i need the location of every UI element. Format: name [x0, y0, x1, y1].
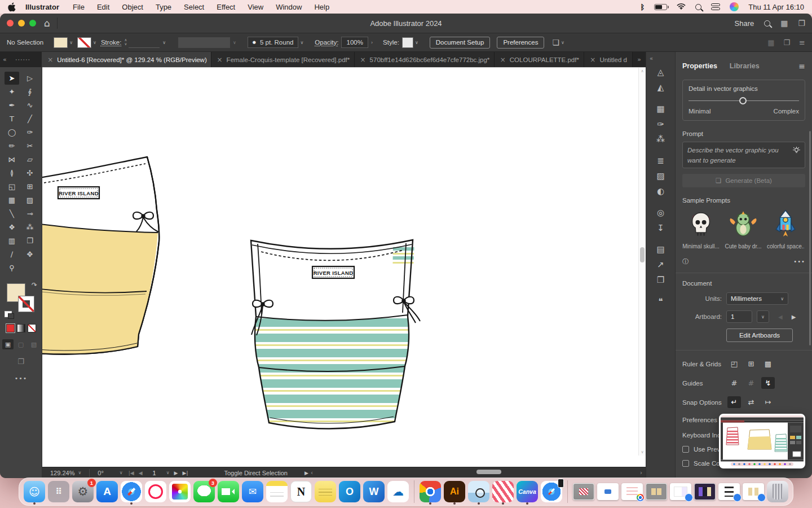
- sample-prompt-skull[interactable]: Minimal skull...: [682, 209, 720, 249]
- menu-select[interactable]: Select: [184, 3, 204, 11]
- panel-scrollbar[interactable]: [809, 131, 811, 345]
- vertical-scrollbar[interactable]: ∧ ∨: [638, 68, 646, 456]
- tab-jpg[interactable]: × 570bff1e14d626bc6ef6d4e7cfe772bc.jpg*: [355, 52, 495, 67]
- bluetooth-icon[interactable]: ᛒ: [640, 3, 645, 11]
- dock-preview[interactable]: [468, 481, 489, 502]
- scissors-tool[interactable]: ✂: [23, 139, 37, 152]
- edit-artboards-button[interactable]: Edit Artboards: [726, 329, 793, 342]
- blend-tool[interactable]: ❖: [5, 221, 19, 234]
- artboard-field[interactable]: 1: [726, 310, 752, 323]
- close-tab-icon[interactable]: ×: [360, 56, 366, 64]
- sample-prompt-dragon[interactable]: Cute baby dr...: [725, 209, 762, 249]
- variable-width-profile-dropdown[interactable]: [178, 37, 230, 48]
- siri-icon[interactable]: [730, 2, 739, 11]
- reflect-tool[interactable]: ⋈: [5, 153, 19, 166]
- scale-corners-checkbox[interactable]: [682, 460, 689, 467]
- dock-canva[interactable]: Canva: [517, 481, 538, 502]
- menu-type[interactable]: Type: [156, 3, 171, 11]
- control-menu-icon[interactable]: ≡: [799, 38, 805, 47]
- dock-minimized-window-4[interactable]: [646, 483, 667, 500]
- show-grid-icon[interactable]: ⊞: [744, 358, 758, 370]
- spotlight-search-icon[interactable]: [695, 4, 701, 10]
- tab-libraries[interactable]: Libraries: [730, 62, 760, 70]
- rotation-dropdown[interactable]: 0°∨: [94, 468, 126, 478]
- stroke-panel-icon[interactable]: ≣: [651, 153, 670, 168]
- close-tab-icon[interactable]: ×: [47, 56, 53, 64]
- wifi-icon[interactable]: [677, 3, 686, 11]
- detail-slider[interactable]: [689, 97, 799, 105]
- hand-tool[interactable]: ✥: [23, 248, 37, 261]
- tab-colourpalette[interactable]: × COLOURPALETTE.pdf*: [495, 52, 585, 67]
- close-tab-icon[interactable]: ×: [590, 56, 595, 64]
- free-transform-tool[interactable]: ▱: [23, 153, 37, 166]
- dock-minimized-window-8[interactable]: [743, 483, 764, 500]
- menu-illustrator[interactable]: Illustrator: [25, 3, 59, 11]
- stroke-weight-stepper[interactable]: ∧∨: [124, 38, 127, 46]
- dock-finder[interactable]: ☺: [24, 481, 45, 502]
- tab-female-croquis[interactable]: × Female-Croquis-template [Recovered].pd…: [211, 52, 355, 67]
- swap-fill-stroke-icon[interactable]: ↷: [32, 281, 37, 289]
- line-segment-tool[interactable]: ╱: [23, 112, 37, 125]
- document-setup-button[interactable]: Document Setup: [430, 37, 491, 49]
- stroke-weight-field[interactable]: [129, 37, 160, 48]
- menu-view[interactable]: View: [248, 3, 263, 11]
- status-hint[interactable]: Toggle Direct Selection: [224, 470, 288, 476]
- dock-chrome[interactable]: [420, 481, 441, 502]
- style-swatch[interactable]: [402, 37, 413, 48]
- snap-to-point-icon[interactable]: ↵: [727, 396, 741, 408]
- opacity-field[interactable]: 100%: [341, 37, 368, 48]
- swatches-panel-icon[interactable]: ▦: [651, 101, 670, 116]
- dock-word[interactable]: W: [363, 481, 385, 502]
- fill-chevron-icon[interactable]: ∨: [69, 40, 73, 45]
- fill-color-swatch[interactable]: [54, 37, 68, 48]
- collapse-toolbar-icon[interactable]: «: [3, 56, 7, 63]
- minimize-window-button[interactable]: [18, 20, 25, 27]
- isolate-chevron-icon[interactable]: ∨: [561, 40, 564, 45]
- dock-mail[interactable]: ✉: [242, 481, 263, 502]
- striped-tank-top-artwork[interactable]: RIVER ISLAND: [251, 240, 420, 429]
- perspective-grid-tool[interactable]: ⊞: [23, 180, 37, 193]
- expand-panels-icon[interactable]: «: [650, 55, 653, 62]
- generate-button[interactable]: ❏ Generate (Beta): [682, 174, 805, 187]
- artboard-dropdown-icon[interactable]: ∨: [757, 310, 769, 323]
- close-tab-icon[interactable]: ×: [217, 56, 223, 64]
- show-guides-icon[interactable]: #: [727, 377, 741, 389]
- style-chevron-icon[interactable]: ∨: [415, 40, 418, 45]
- screenshot-preview-thumbnail[interactable]: [719, 414, 805, 468]
- stroke-label[interactable]: Stroke:: [101, 39, 121, 46]
- color-fill-button[interactable]: [6, 324, 15, 332]
- dock-app-store[interactable]: A: [96, 481, 118, 502]
- dock-minimized-window-1[interactable]: [573, 483, 594, 500]
- previous-artboard-icon[interactable]: ◀: [139, 470, 143, 476]
- dock-minimized-window-5[interactable]: [670, 483, 691, 500]
- dock-messages[interactable]: 3: [193, 481, 215, 502]
- previous-artboard-button[interactable]: ◀: [778, 314, 783, 320]
- status-play-icon[interactable]: ▶: [304, 470, 308, 476]
- stroke-chevron-icon[interactable]: ∨: [93, 40, 96, 45]
- screen-mode-icon[interactable]: ❐: [17, 357, 24, 366]
- battery-icon[interactable]: [654, 4, 667, 10]
- canvas[interactable]: RIVER ISLAND: [42, 67, 646, 467]
- workspace-switcher-icon[interactable]: ❐: [798, 19, 805, 28]
- scroll-down-icon[interactable]: ∨: [639, 450, 646, 454]
- draw-normal-icon[interactable]: ▣: [2, 339, 14, 349]
- column-graph-tool[interactable]: ▥: [5, 234, 19, 247]
- first-artboard-icon[interactable]: |◀: [129, 470, 134, 476]
- width-profile-chevron-icon[interactable]: ∨: [233, 40, 236, 45]
- type-tool[interactable]: T: [5, 112, 19, 125]
- opacity-chevron-icon[interactable]: ›: [371, 40, 373, 45]
- artboards-panel-icon[interactable]: ❐: [651, 272, 670, 287]
- menu-object[interactable]: Object: [122, 3, 143, 11]
- control-center-icon[interactable]: [711, 3, 720, 10]
- mesh-tool[interactable]: ▦: [5, 194, 19, 207]
- dock-safari-iphone[interactable]: [541, 481, 562, 502]
- units-dropdown[interactable]: Millimeters ∨: [726, 292, 788, 305]
- home-icon[interactable]: ⌂: [44, 19, 50, 28]
- search-icon[interactable]: [764, 20, 770, 27]
- none-fill-button[interactable]: [28, 324, 36, 332]
- sample-prompt-rocket[interactable]: colorful space...: [767, 209, 804, 249]
- share-button[interactable]: Share: [735, 19, 754, 28]
- vertical-scroll-thumb[interactable]: [640, 247, 645, 262]
- lasso-tool[interactable]: ∮: [23, 85, 37, 98]
- dock-system-settings[interactable]: ⚙1: [72, 481, 94, 502]
